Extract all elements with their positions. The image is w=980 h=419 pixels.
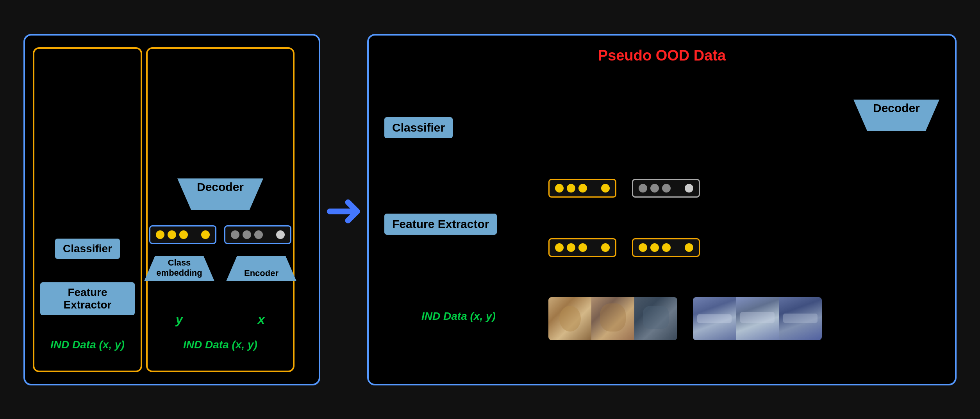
dog-img-2 [591, 297, 634, 340]
dot-g1 [231, 230, 239, 239]
arrow-container: ➜ [320, 186, 367, 233]
dot-r2a [639, 184, 647, 193]
decoder-shape-right: Decoder [853, 100, 939, 131]
encoder-label: Encoder [244, 268, 278, 278]
dot-r2b [650, 184, 659, 193]
classifier-box-1: Classifier [55, 239, 120, 259]
plane-wing-1 [697, 314, 732, 323]
plane-img-3 [779, 297, 822, 340]
right-image-row [548, 297, 939, 340]
vector-box-gray-1 [224, 225, 291, 244]
right-right-col: Decoder [533, 72, 939, 368]
dog-img-1 [548, 297, 591, 340]
right-left-col: Classifier Feature Extractor IND Data (x… [384, 72, 533, 368]
ind-label-1: IND Data (x, y) [50, 339, 125, 351]
right-content: Classifier Feature Extractor IND Data (x… [384, 72, 939, 368]
vector-box-r1 [548, 179, 616, 198]
class-emb-shape: Classembedding [144, 256, 214, 281]
sub-panel-2: Decoder [146, 47, 295, 372]
plane-wing-2 [740, 312, 775, 323]
dot-y2 [168, 230, 176, 239]
decoder-label-1: Decoder [197, 180, 244, 194]
pseudo-ood-title: Pseudo OOD Data [384, 47, 939, 64]
dog-image-strip [548, 297, 677, 340]
left-panel: Classifier Feature Extractor IND Data (x… [23, 34, 320, 385]
sub2-bottom: Classembedding y Encoder x [154, 256, 287, 327]
dot-r3a [555, 243, 564, 252]
decoder-section-right: Decoder [548, 100, 939, 135]
dot-r2c [662, 184, 671, 193]
dot-r3d [601, 243, 610, 252]
x-axis-label: x [258, 312, 265, 327]
dot-y3 [179, 230, 188, 239]
dot-r2d [685, 184, 693, 193]
dot-g4 [276, 230, 285, 239]
feature-extractor-box-right: Feature Extractor [384, 214, 497, 235]
encoder-shape: Encoder [226, 256, 296, 281]
class-embedding-section: Classembedding y [144, 256, 214, 327]
vector-pair-1 [149, 225, 291, 244]
vector-box-yellow-1 [149, 225, 216, 244]
dot-r1d [601, 184, 610, 193]
right-arrow-icon: ➜ [324, 186, 364, 233]
dot-y1 [156, 230, 164, 239]
dot-g2 [243, 230, 251, 239]
dot-g3 [254, 230, 263, 239]
decoder-shape-1: Decoder [177, 178, 263, 210]
y-axis-label: y [176, 312, 183, 327]
decoder-label-right: Decoder [873, 102, 920, 115]
dot-r3c [578, 243, 587, 252]
right-vector-row-2 [548, 238, 939, 257]
right-vector-row-1 [548, 179, 939, 198]
vector-box-r3 [548, 238, 616, 257]
plane-image-strip [693, 297, 822, 340]
dog-img-3 [634, 297, 677, 340]
dot-r3b [567, 243, 575, 252]
ind-label-right: IND Data (x, y) [384, 310, 533, 323]
encoder-section: Encoder x [226, 256, 296, 327]
vector-box-r2 [632, 179, 700, 198]
plane-wing-3 [783, 314, 818, 323]
right-panel: Pseudo OOD Data Classifier Feature Extra… [367, 34, 957, 385]
dog-face-1 [559, 306, 581, 332]
dot-y4 [201, 230, 210, 239]
decoder-trap-right: Decoder [853, 100, 939, 131]
vector-box-r4 [632, 238, 700, 257]
dot-r4c [662, 243, 671, 252]
plane-img-2 [736, 297, 779, 340]
dog-face-2 [600, 303, 626, 332]
class-emb-trap: Classembedding [144, 256, 214, 281]
encoder-trap: Encoder [226, 256, 296, 281]
decoder-trap-1: Decoder [177, 178, 263, 210]
class-emb-label: Classembedding [154, 258, 205, 278]
dot-r4d [685, 243, 693, 252]
classifier-box-right: Classifier [384, 117, 453, 138]
sub-panel-1: Classifier Feature Extractor IND Data (x… [33, 47, 142, 372]
dot-r1b [567, 184, 575, 193]
feature-extractor-box-1: Feature Extractor [40, 282, 135, 315]
ind-label-2: IND Data (x, y) [183, 339, 257, 351]
dot-r4a [639, 243, 647, 252]
dot-r1c [578, 184, 587, 193]
main-container: Classifier Feature Extractor IND Data (x… [0, 0, 980, 419]
dot-r1a [555, 184, 564, 193]
bird-img-1 [643, 306, 669, 330]
plane-img-1 [693, 297, 736, 340]
dot-r4b [650, 243, 659, 252]
